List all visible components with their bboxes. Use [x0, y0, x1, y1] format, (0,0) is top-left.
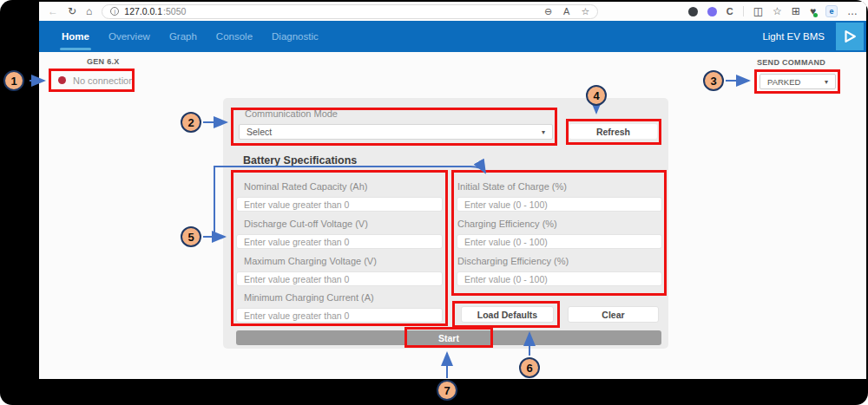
app-navbar: Home Overview Graph Console Diagnostic L… [39, 21, 866, 52]
refresh-button[interactable]: Refresh [569, 123, 658, 140]
field-label: Discharge Cut-off Voltage (V) [244, 219, 368, 229]
extension-icon[interactable] [707, 7, 717, 16]
extension-icon[interactable]: C [727, 6, 733, 16]
communication-mode-select[interactable]: Select ▾ [239, 124, 553, 140]
discharge-cutoff-voltage-input[interactable] [236, 234, 443, 249]
nominal-rated-capacity-input[interactable] [236, 197, 443, 212]
split-screen-icon[interactable]: ◫ [753, 6, 763, 16]
device-gen-label: GEN 6.X [56, 57, 187, 66]
favorites-bar-icon[interactable]: ☆ [773, 6, 782, 16]
app-title: Light EV BMS [762, 31, 825, 42]
send-command-select[interactable]: PARKED ▾ [760, 74, 836, 89]
chevron-down-icon: ▾ [825, 78, 828, 86]
page-content: GEN 6.X No connection SEND COMMAND PARKE… [39, 52, 866, 379]
chevron-down-icon: ▾ [542, 128, 545, 136]
browser-window: ← ↻ ⌂ i 127.0.0.1 :5050 ⊖ A ☆ C ◫ ☆ [39, 2, 866, 379]
address-bar[interactable]: i 127.0.0.1 :5050 ⊖ A ☆ [102, 4, 598, 19]
field-label: Minimum Charging Current (A) [244, 292, 374, 303]
battery-specifications-heading: Battery Specifications [243, 154, 357, 167]
play-icon [842, 29, 858, 44]
favorite-star-icon[interactable]: ☆ [581, 7, 589, 16]
field-label: Initial State of Charge (%) [457, 181, 567, 192]
back-icon[interactable]: ← [48, 6, 58, 16]
field-label: Discharging Efficiency (%) [457, 256, 569, 266]
field-label: Charging Efficiency (%) [457, 219, 557, 229]
more-menu-icon[interactable]: … [847, 6, 858, 16]
callout-1: 1 [3, 70, 24, 91]
zoom-icon[interactable]: ⊖ [544, 7, 552, 16]
tab-diagnostic[interactable]: Diagnostic [262, 21, 328, 52]
browser-toolbar: ← ↻ ⌂ i 127.0.0.1 :5050 ⊖ A ☆ C ◫ ☆ [39, 2, 866, 21]
extension-icon[interactable] [688, 7, 698, 16]
browser-essentials-icon[interactable]: ♥ [810, 6, 816, 16]
status-check-dot [813, 13, 818, 17]
callout-4: 4 [586, 85, 607, 106]
collections-icon[interactable]: ⊞ [792, 6, 800, 16]
discharging-efficiency-input[interactable] [457, 271, 662, 286]
site-info-icon[interactable]: i [110, 7, 119, 16]
tab-home[interactable]: Home [52, 21, 99, 52]
url-port: :5050 [163, 6, 186, 16]
url-host: 127.0.0.1 [124, 6, 162, 16]
minimum-charging-current-input[interactable] [236, 308, 443, 323]
home-icon[interactable]: ⌂ [86, 6, 92, 16]
status-dot-icon [58, 76, 66, 84]
edge-sidebar-icon[interactable]: e [825, 5, 838, 17]
callout-6: 6 [519, 357, 540, 378]
annotated-screenshot: ← ↻ ⌂ i 127.0.0.1 :5050 ⊖ A ☆ C ◫ ☆ [0, 0, 868, 405]
tab-graph[interactable]: Graph [160, 21, 207, 52]
field-label: Maximum Charging Voltage (V) [244, 256, 377, 266]
callout-5: 5 [181, 226, 201, 247]
send-command-value: PARKED [767, 77, 800, 87]
field-label: Nominal Rated Capacity (Ah) [244, 181, 367, 192]
play-button[interactable] [836, 23, 864, 50]
read-aloud-icon[interactable]: A [563, 7, 569, 16]
tab-console[interactable]: Console [207, 21, 262, 52]
connection-status: No connection [49, 69, 135, 92]
reload-icon[interactable]: ↻ [68, 6, 76, 16]
tab-overview[interactable]: Overview [99, 21, 160, 52]
initial-state-of-charge-input[interactable] [457, 197, 662, 212]
toolbar-divider [743, 6, 744, 16]
callout-3: 3 [703, 70, 724, 91]
start-button[interactable]: Start [236, 330, 661, 345]
maximum-charging-voltage-input[interactable] [236, 271, 443, 286]
clear-button[interactable]: Clear [568, 306, 659, 323]
load-defaults-button[interactable]: Load Defaults [461, 306, 554, 323]
communication-mode-label: Communication Mode [245, 108, 338, 119]
send-command-label: SEND COMMAND [757, 58, 861, 67]
communication-mode-value: Select [247, 127, 272, 137]
callout-7: 7 [437, 380, 457, 401]
charging-efficiency-input[interactable] [457, 234, 662, 249]
connection-status-text: No connection [73, 75, 134, 86]
callout-2: 2 [181, 112, 201, 133]
